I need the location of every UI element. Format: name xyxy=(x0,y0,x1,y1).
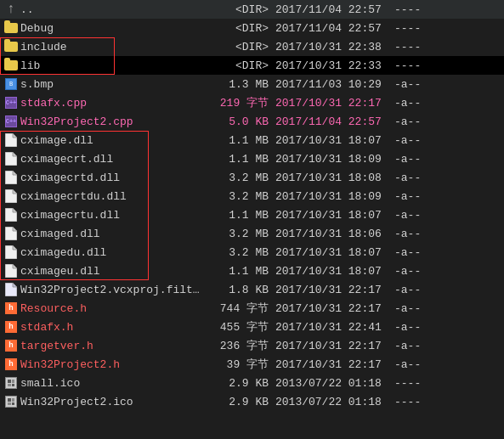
file-date: 2017/10/31 18:09 xyxy=(275,190,394,203)
dll-icon xyxy=(2,152,20,166)
file-attr: -a-- xyxy=(394,209,437,222)
file-name: cximagecrtd.dll xyxy=(20,172,207,184)
file-attr: -a-- xyxy=(394,78,437,91)
file-size: 1.1 MB xyxy=(207,134,275,147)
table-row[interactable]: cximagecrtdu.dll3.2 MB2017/10/31 18:09-a… xyxy=(0,187,504,205)
file-size: 3.2 MB xyxy=(207,172,275,184)
file-size: 219 字节 xyxy=(207,95,275,110)
up-icon: ↑ xyxy=(2,2,20,17)
file-date: 2017/11/03 10:29 xyxy=(275,78,394,91)
file-name: Win32Project2.cpp xyxy=(20,115,207,128)
file-attr: -a-- xyxy=(394,228,437,240)
file-size: 1.3 MB xyxy=(207,78,275,91)
file-name: cximage.dll xyxy=(20,134,207,147)
file-attr: -a-- xyxy=(394,97,437,110)
dll-icon xyxy=(2,189,20,203)
table-row[interactable]: ↑..<DIR>2017/11/04 22:57---- xyxy=(0,0,504,19)
folder-icon xyxy=(2,23,20,33)
file-date: 2017/10/31 18:08 xyxy=(275,172,394,184)
file-attr: -a-- xyxy=(394,134,437,147)
file-date: 2017/10/31 18:07 xyxy=(275,265,394,278)
h-icon: h xyxy=(2,340,20,352)
cpp-icon: C++ xyxy=(2,97,20,109)
ico-icon xyxy=(2,377,20,389)
dll-icon xyxy=(2,171,20,184)
file-name: stdafx.cpp xyxy=(20,97,207,110)
vcx-icon xyxy=(2,283,20,296)
table-row[interactable]: hstdafx.h455 字节2017/10/31 22:41-a-- xyxy=(0,318,504,336)
file-attr: -a-- xyxy=(394,302,437,315)
folder-icon xyxy=(2,60,20,70)
file-attr: ---- xyxy=(394,396,437,408)
file-size: 1.1 MB xyxy=(207,153,275,166)
table-row[interactable]: include<DIR>2017/10/31 22:38---- xyxy=(0,37,504,56)
file-attr: -a-- xyxy=(394,340,437,352)
file-size: 39 字节 xyxy=(207,357,275,372)
dll-icon xyxy=(2,227,20,240)
file-name: cximagedu.dll xyxy=(20,246,207,259)
table-row[interactable]: htargetver.h236 字节2017/10/31 22:17-a-- xyxy=(0,336,504,355)
file-attr: ---- xyxy=(394,59,437,72)
table-row[interactable]: C++Win32Project2.cpp5.0 KB2017/11/04 22:… xyxy=(0,112,504,131)
table-row[interactable]: Debug<DIR>2017/11/04 22:57---- xyxy=(0,19,504,37)
file-size: 3.2 MB xyxy=(207,228,275,240)
file-attr: -a-- xyxy=(394,190,437,203)
table-row[interactable]: cximagecrtd.dll3.2 MB2017/10/31 18:08-a-… xyxy=(0,168,504,187)
file-attr: -a-- xyxy=(394,321,437,334)
file-size: 2.9 KB xyxy=(207,377,275,390)
table-row[interactable]: hResource.h744 字节2017/10/31 22:17-a-- xyxy=(0,299,504,318)
file-date: 2017/10/31 18:09 xyxy=(275,153,394,166)
table-row[interactable]: cximagedu.dll3.2 MB2017/10/31 18:07-a-- xyxy=(0,243,504,262)
svg-marker-7 xyxy=(13,189,17,194)
table-row[interactable]: hWin32Project2.h39 字节2017/10/31 22:17-a-… xyxy=(0,355,504,374)
table-row[interactable]: cximaged.dll3.2 MB2017/10/31 18:06-a-- xyxy=(0,224,504,243)
table-row[interactable]: Win32Project2.ico2.9 KB2013/07/22 01:18-… xyxy=(0,392,504,411)
file-name: stdafx.h xyxy=(20,321,207,334)
table-row[interactable]: cximagecrtu.dll1.1 MB2017/10/31 18:07-a-… xyxy=(0,205,504,224)
file-date: 2017/10/31 22:17 xyxy=(275,340,394,352)
file-date: 2017/11/04 22:57 xyxy=(275,115,394,128)
file-date: 2017/11/04 22:57 xyxy=(275,22,394,35)
h-icon: h xyxy=(2,358,20,370)
file-name: s.bmp xyxy=(20,78,207,91)
svg-marker-11 xyxy=(13,227,17,231)
svg-marker-1 xyxy=(13,133,17,138)
file-date: 2017/10/31 22:17 xyxy=(275,97,394,110)
file-name: Debug xyxy=(20,22,207,35)
table-row[interactable]: cximageu.dll1.1 MB2017/10/31 18:07-a-- xyxy=(0,262,504,280)
file-size: 1.1 MB xyxy=(207,265,275,278)
svg-marker-9 xyxy=(13,208,17,212)
file-list: ↑..<DIR>2017/11/04 22:57----Debug<DIR>20… xyxy=(0,0,504,411)
table-row[interactable]: Bs.bmp1.3 MB2017/11/03 10:29-a-- xyxy=(0,75,504,93)
file-date: 2017/10/31 22:17 xyxy=(275,302,394,315)
file-attr: -a-- xyxy=(394,284,437,296)
folder-icon xyxy=(2,42,20,52)
table-row[interactable]: lib<DIR>2017/10/31 22:33---- xyxy=(0,56,504,75)
file-size: 236 字节 xyxy=(207,338,275,353)
file-name: lib xyxy=(20,59,207,72)
table-row[interactable]: small.ico2.9 KB2013/07/22 01:18---- xyxy=(0,374,504,392)
file-name: Resource.h xyxy=(20,302,207,315)
svg-marker-13 xyxy=(13,245,17,250)
file-attr: -a-- xyxy=(394,358,437,371)
file-name: .. xyxy=(20,3,207,16)
svg-marker-3 xyxy=(13,152,17,156)
file-name: targetver.h xyxy=(20,340,207,352)
file-date: 2017/10/31 22:33 xyxy=(275,59,394,72)
table-row[interactable]: C++stdafx.cpp219 字节2017/10/31 22:17-a-- xyxy=(0,93,504,112)
svg-marker-17 xyxy=(13,283,17,287)
table-row[interactable]: cximage.dll1.1 MB2017/10/31 18:07-a-- xyxy=(0,131,504,149)
file-size: 1.8 KB xyxy=(207,284,275,296)
table-row[interactable]: cximagecrt.dll1.1 MB2017/10/31 18:09-a-- xyxy=(0,149,504,168)
file-size: <DIR> xyxy=(207,3,275,16)
table-row[interactable]: Win32Project2.vcxproj.filters1.8 KB2017/… xyxy=(0,280,504,299)
file-date: 2017/10/31 18:06 xyxy=(275,228,394,240)
file-attr: -a-- xyxy=(394,246,437,259)
file-date: 2017/10/31 18:07 xyxy=(275,246,394,259)
file-size: <DIR> xyxy=(207,41,275,53)
file-name: Win32Project2.ico xyxy=(20,396,207,408)
file-attr: -a-- xyxy=(394,265,437,278)
file-name: cximagecrtu.dll xyxy=(20,209,207,222)
file-attr: -a-- xyxy=(394,115,437,128)
file-name: cximaged.dll xyxy=(20,228,207,240)
